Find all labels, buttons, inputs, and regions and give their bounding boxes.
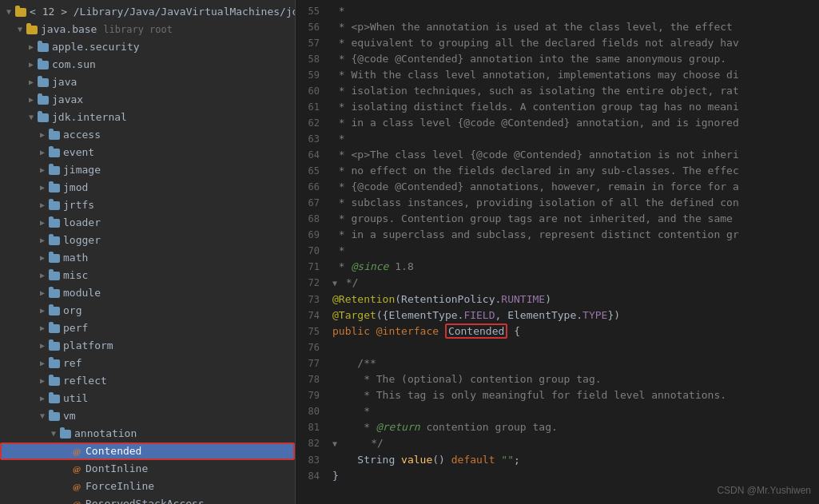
file-tree[interactable]: < 12 > /Library/Java/JavaVirtualMachines… — [0, 0, 296, 504]
line-text: public @interface Contended { — [328, 323, 819, 339]
code-line: 75public @interface Contended { — [296, 323, 819, 339]
expand-arrow[interactable] — [37, 252, 48, 264]
leaf-spacer — [59, 481, 70, 492]
code-line: 81 * @return contention group tag. — [296, 419, 819, 435]
tree-item-loader[interactable]: loader — [0, 214, 295, 232]
item-label: jdk.internal — [52, 109, 127, 125]
tree-item-contended[interactable]: @Contended — [0, 442, 295, 460]
line-number: 81 — [296, 419, 328, 435]
tree-item-com-sun[interactable]: com.sun — [0, 56, 295, 73]
tree-item-java-base[interactable]: java.base library root — [0, 21, 295, 38]
tree-item-org[interactable]: org — [0, 302, 295, 319]
expand-arrow[interactable] — [3, 6, 14, 18]
code-line: 68 * groups. Contention group tags are n… — [296, 211, 819, 227]
expand-arrow[interactable] — [37, 393, 48, 404]
line-number: 78 — [296, 371, 328, 387]
code-line: 63 * — [296, 131, 819, 147]
tree-item-access[interactable]: access — [0, 126, 295, 144]
tree-item-jdk12[interactable]: < 12 > /Library/Java/JavaVirtualMachines… — [0, 3, 295, 21]
line-number: 82 — [296, 435, 328, 452]
annotation-icon: @ — [70, 480, 83, 493]
expand-arrow[interactable] — [14, 24, 26, 35]
tree-item-dontinline[interactable]: @DontInline — [0, 460, 295, 478]
line-number: 61 — [296, 99, 328, 115]
code-line: 61 * isolating distinct fields. A conten… — [296, 99, 819, 115]
expand-arrow[interactable] — [37, 147, 48, 158]
expand-arrow[interactable] — [37, 358, 48, 369]
tree-item-annotation[interactable]: annotation — [0, 425, 295, 442]
code-line: 60 * isolation techniques, such as isola… — [296, 83, 819, 99]
item-label: access — [63, 127, 101, 143]
expand-arrow[interactable] — [37, 129, 48, 141]
line-text: * {@code @Contended} annotation into the… — [328, 51, 819, 67]
tree-item-platform[interactable]: platform — [0, 337, 295, 355]
package-icon — [48, 129, 61, 141]
line-number: 77 — [296, 355, 328, 371]
tree-item-module[interactable]: module — [0, 284, 295, 302]
expand-arrow[interactable] — [48, 428, 59, 439]
code-line: 73@Retention(RetentionPolicy.RUNTIME) — [296, 292, 819, 308]
expand-arrow[interactable] — [26, 94, 37, 105]
line-number: 65 — [296, 163, 328, 179]
item-label: ForceInline — [85, 478, 154, 494]
item-label: util — [63, 391, 88, 407]
line-number: 56 — [296, 19, 328, 35]
tree-item-misc[interactable]: misc — [0, 267, 295, 284]
expand-arrow[interactable] — [37, 235, 48, 246]
code-line: 69 * in a superclass and subclass, repre… — [296, 227, 819, 243]
expand-arrow[interactable] — [37, 411, 48, 422]
tree-item-jdk-internal[interactable]: jdk.internal — [0, 109, 295, 126]
code-line: 56 * <p>When the annotation is used at t… — [296, 19, 819, 35]
tree-item-forceinline[interactable]: @ForceInline — [0, 478, 295, 495]
tree-item-math[interactable]: math — [0, 249, 295, 267]
tree-item-reservedstackaccess[interactable]: @ReservedStackAccess — [0, 495, 295, 504]
tree-item-ref[interactable]: ref — [0, 355, 295, 372]
line-number: 70 — [296, 243, 328, 259]
line-text: /** — [328, 355, 819, 371]
tree-item-event[interactable]: event — [0, 144, 295, 161]
item-label: com.sun — [52, 57, 96, 73]
expand-arrow[interactable] — [26, 112, 37, 123]
tree-item-jimage[interactable]: jimage — [0, 161, 295, 179]
line-text: ▼ */ — [328, 275, 819, 292]
expand-arrow[interactable] — [37, 340, 48, 351]
expand-arrow[interactable] — [37, 182, 48, 193]
item-label: module — [63, 285, 101, 301]
expand-arrow[interactable] — [37, 165, 48, 176]
expand-arrow[interactable] — [37, 288, 48, 299]
expand-arrow[interactable] — [26, 77, 37, 88]
tree-item-jmod[interactable]: jmod — [0, 179, 295, 196]
expand-arrow[interactable] — [26, 59, 37, 70]
code-line: 59 * With the class level annotation, im… — [296, 67, 819, 83]
tree-item-javax[interactable]: javax — [0, 91, 295, 109]
package-icon — [48, 234, 61, 247]
tree-item-vm[interactable]: vm — [0, 407, 295, 425]
tree-item-logger[interactable]: logger — [0, 232, 295, 249]
tree-item-java[interactable]: java — [0, 73, 295, 91]
expand-arrow[interactable] — [37, 305, 48, 316]
expand-arrow[interactable] — [37, 217, 48, 228]
line-text: * isolation techniques, such as isolatin… — [328, 83, 819, 99]
tree-item-apple-security[interactable]: apple.security — [0, 38, 295, 56]
line-text: * in a class level {@code @Contended} an… — [328, 115, 819, 131]
expand-arrow[interactable] — [37, 323, 48, 334]
tree-item-perf[interactable]: perf — [0, 319, 295, 337]
expand-arrow[interactable] — [37, 375, 48, 387]
tree-item-reflect[interactable]: reflect — [0, 372, 295, 390]
line-number: 57 — [296, 35, 328, 51]
line-text: * {@code @Contended} annotations, howeve… — [328, 179, 819, 195]
expand-arrow[interactable] — [26, 42, 37, 53]
expand-arrow[interactable] — [37, 200, 48, 211]
annotation-icon: @ — [70, 445, 83, 458]
package-icon — [48, 216, 61, 229]
package-icon — [37, 76, 50, 89]
code-line: 83 String value() default ""; — [296, 452, 819, 468]
leaf-spacer — [59, 446, 70, 457]
tree-item-jrtfs[interactable]: jrtfs — [0, 196, 295, 214]
line-number: 58 — [296, 51, 328, 67]
item-label: event — [63, 145, 94, 161]
expand-arrow[interactable] — [37, 270, 48, 281]
package-icon — [48, 287, 61, 300]
tree-item-util[interactable]: util — [0, 390, 295, 407]
code-line: 64 * <p>The class level {@code @Contende… — [296, 147, 819, 163]
